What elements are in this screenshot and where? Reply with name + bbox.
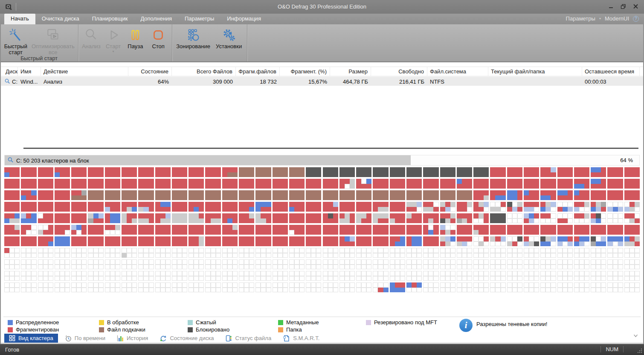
tab-smart[interactable]: S.M.A.R.T. <box>278 334 324 343</box>
cluster-block <box>21 213 36 223</box>
column-header[interactable]: Действие <box>41 67 128 76</box>
cluster-block <box>440 282 455 292</box>
cluster-block <box>540 167 556 177</box>
cluster-block <box>440 179 455 189</box>
clock-icon <box>65 335 72 342</box>
magic-wand-icon <box>9 26 23 44</box>
column-header[interactable]: Размер <box>330 67 371 76</box>
cluster-block <box>88 190 103 200</box>
splitter-handle[interactable] <box>23 148 638 149</box>
legend-column: В обработкеФайл подкачки <box>99 319 145 333</box>
cluster-block <box>205 202 220 212</box>
pause-button[interactable]: Пауза <box>125 26 147 49</box>
cluster-block <box>423 271 438 281</box>
cluster-block <box>591 225 606 235</box>
cluster-block <box>55 179 70 189</box>
zoning-icon <box>186 26 200 44</box>
column-header[interactable]: Всего Файлов <box>172 67 236 76</box>
cluster-block <box>339 179 355 189</box>
tab-history[interactable]: История <box>112 334 153 343</box>
cluster-block <box>222 167 238 177</box>
cluster-block <box>323 213 338 223</box>
cluster-block <box>273 167 288 177</box>
column-header[interactable]: Файл.система <box>427 67 488 76</box>
cell: 216,41 ГБ <box>371 77 427 86</box>
cluster-block <box>557 202 573 212</box>
cluster-block <box>255 236 271 246</box>
cluster-block <box>339 248 355 258</box>
parameters-menu[interactable]: Параметры <box>566 15 595 22</box>
column-header[interactable]: Оставшееся время <box>582 67 640 76</box>
column-header[interactable]: Состояние <box>128 67 172 76</box>
view-tab-label: Статус файла <box>235 335 271 341</box>
resize-grip-icon[interactable] <box>641 352 642 353</box>
tab-disk-cleanup[interactable]: Очистка диска <box>35 14 86 24</box>
cluster-block <box>38 248 53 258</box>
cluster-block <box>273 213 288 223</box>
cluster-block <box>390 282 405 292</box>
close-button[interactable] <box>632 3 639 9</box>
column-header[interactable]: Имя <box>18 67 41 76</box>
cluster-block <box>591 271 606 281</box>
column-header[interactable]: Фрагм.файлов <box>236 67 280 76</box>
help-icon[interactable]: ? <box>633 16 639 22</box>
cluster-block <box>289 259 305 269</box>
cluster-block <box>406 213 422 223</box>
cluster-block <box>273 179 288 189</box>
stop-button[interactable]: Стоп <box>146 26 170 49</box>
cluster-block <box>38 202 53 212</box>
tab-cluster-view[interactable]: Вид кластера <box>4 334 58 343</box>
tab-start[interactable]: Начать <box>4 14 35 24</box>
cluster-block <box>524 179 539 189</box>
zoning-button[interactable]: Зонирование <box>174 26 212 49</box>
cluster-block <box>105 236 120 246</box>
column-header[interactable]: Диск <box>1 67 18 76</box>
cluster-block <box>540 202 556 212</box>
cluster-block <box>373 271 388 281</box>
modernui-toggle[interactable]: ModernUI <box>605 15 629 22</box>
cluster-block <box>71 225 87 235</box>
tab-settings[interactable]: Параметры <box>178 14 220 24</box>
cluster-block <box>239 167 254 177</box>
collapse-panel-icon[interactable] <box>633 333 638 338</box>
cluster-block <box>21 225 36 235</box>
cluster-block <box>273 282 288 292</box>
cluster-block <box>122 282 137 292</box>
tab-file-status[interactable]: Статус файла <box>220 334 276 343</box>
cluster-block <box>4 248 20 258</box>
column-header[interactable]: Фрагмент. (%) <box>280 67 330 76</box>
setup-button[interactable]: Установки <box>212 26 245 49</box>
tab-by-time[interactable]: По времени <box>60 334 110 343</box>
tab-scheduler[interactable]: Планировщик <box>86 14 134 24</box>
tab-disk-state[interactable]: Состояние диска <box>155 334 218 343</box>
cluster-block <box>390 225 405 235</box>
cell: Анализ <box>41 77 128 86</box>
quick-start-button[interactable]: Быстрый старт <box>2 26 30 55</box>
cluster-block <box>205 179 220 189</box>
cluster-block <box>222 202 238 212</box>
cluster-block <box>273 202 288 212</box>
cluster-block <box>440 259 455 269</box>
restore-button[interactable] <box>620 3 627 9</box>
minimize-button[interactable] <box>607 3 614 9</box>
cluster-block <box>473 236 489 246</box>
cell: C: <box>1 77 18 86</box>
cluster-block <box>540 271 556 281</box>
cluster-block <box>339 259 355 269</box>
status-bar: Готов NUM <box>0 344 644 355</box>
drive-table-row[interactable]: C:Wind...Анализ64%309 00018 73215,67%464… <box>1 77 643 86</box>
tab-information[interactable]: Информация <box>220 14 267 24</box>
cluster-map[interactable] <box>4 167 640 292</box>
ribbon-group: Анализ Старт▾ Пауза Стоп <box>78 24 172 61</box>
cluster-block <box>55 282 70 292</box>
cluster-block <box>323 190 338 200</box>
tab-addons[interactable]: Дополнения <box>134 14 178 24</box>
column-header[interactable]: Текущий файл/папка <box>488 67 582 76</box>
cluster-block <box>323 225 338 235</box>
cluster-block <box>172 259 187 269</box>
smart-report-icon <box>283 335 290 342</box>
column-header[interactable]: Свободно <box>371 67 427 76</box>
cluster-block <box>189 167 204 177</box>
legend-label: Метаданные <box>286 319 319 326</box>
cluster-block <box>306 225 321 235</box>
